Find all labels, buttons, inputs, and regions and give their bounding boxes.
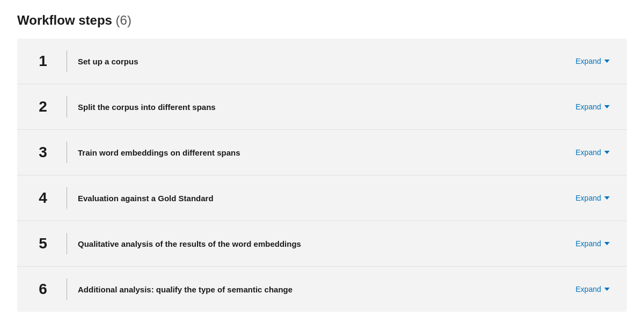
step-divider xyxy=(67,278,67,300)
step-item: 5 Qualitative analysis of the results of… xyxy=(17,221,627,267)
expand-button[interactable]: Expand xyxy=(572,237,614,250)
step-number: 3 xyxy=(30,144,56,161)
chevron-down-icon xyxy=(604,151,610,154)
step-number: 4 xyxy=(30,189,56,207)
chevron-down-icon xyxy=(604,60,610,63)
expand-button[interactable]: Expand xyxy=(572,192,614,204)
expand-button[interactable]: Expand xyxy=(572,55,614,68)
step-label: Train word embeddings on different spans xyxy=(78,148,572,157)
title-text: Workflow steps xyxy=(17,13,112,27)
step-number: 1 xyxy=(30,53,56,70)
expand-label: Expand xyxy=(576,285,601,293)
step-divider xyxy=(67,142,67,163)
step-label: Set up a corpus xyxy=(78,57,572,66)
step-number: 6 xyxy=(30,281,56,298)
page-title: Workflow steps (6) xyxy=(17,13,627,28)
expand-label: Expand xyxy=(576,239,601,248)
step-item: 1 Set up a corpus Expand xyxy=(17,39,627,84)
step-label: Evaluation against a Gold Standard xyxy=(78,194,572,203)
expand-button[interactable]: Expand xyxy=(572,100,614,113)
step-label: Additional analysis: qualify the type of… xyxy=(78,285,572,294)
step-label: Qualitative analysis of the results of t… xyxy=(78,239,572,248)
expand-label: Expand xyxy=(576,194,601,202)
expand-label: Expand xyxy=(576,148,601,157)
expand-button[interactable]: Expand xyxy=(572,283,614,296)
step-divider xyxy=(67,50,67,72)
chevron-down-icon xyxy=(604,196,610,200)
step-item: 2 Split the corpus into different spans … xyxy=(17,84,627,130)
steps-list: 1 Set up a corpus Expand 2 Split the cor… xyxy=(17,39,627,312)
chevron-down-icon xyxy=(604,242,610,245)
step-divider xyxy=(67,187,67,209)
chevron-down-icon xyxy=(604,105,610,108)
step-item: 4 Evaluation against a Gold Standard Exp… xyxy=(17,175,627,221)
step-number: 2 xyxy=(30,98,56,115)
step-count: (6) xyxy=(116,13,131,27)
step-item: 6 Additional analysis: qualify the type … xyxy=(17,267,627,312)
page-container: Workflow steps (6) 1 Set up a corpus Exp… xyxy=(0,0,644,323)
expand-button[interactable]: Expand xyxy=(572,146,614,159)
chevron-down-icon xyxy=(604,288,610,291)
step-number: 5 xyxy=(30,235,56,252)
expand-label: Expand xyxy=(576,102,601,111)
step-divider xyxy=(67,96,67,118)
expand-label: Expand xyxy=(576,57,601,65)
step-divider xyxy=(67,233,67,254)
step-item: 3 Train word embeddings on different spa… xyxy=(17,130,627,175)
step-label: Split the corpus into different spans xyxy=(78,102,572,112)
